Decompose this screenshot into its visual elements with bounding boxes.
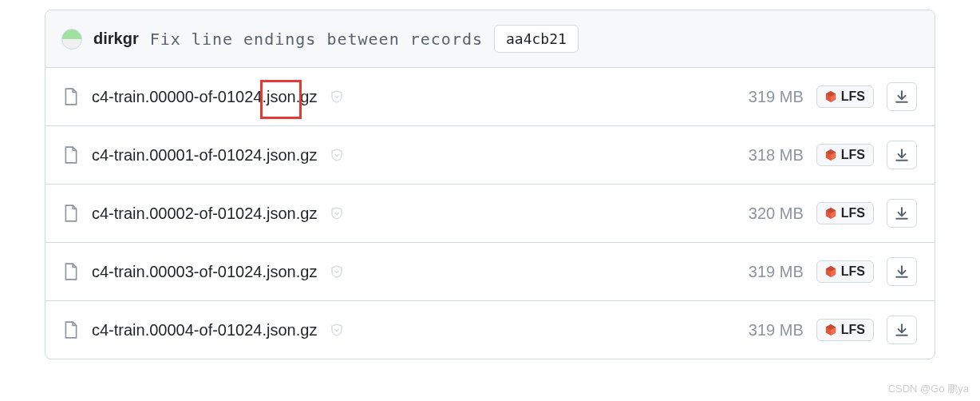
file-icon: [63, 204, 79, 222]
cube-icon: [825, 324, 836, 335]
author-name[interactable]: dirkgr: [93, 30, 139, 48]
cube-icon: [825, 149, 836, 161]
file-size: 319 MB: [749, 88, 804, 106]
lfs-badge[interactable]: LFS: [816, 260, 874, 283]
commit-message[interactable]: Fix line endings between records: [150, 30, 483, 49]
download-button[interactable]: [887, 199, 917, 228]
lfs-badge[interactable]: LFS: [816, 202, 874, 224]
lfs-label: LFS: [841, 148, 865, 162]
file-icon: [63, 146, 79, 164]
file-size: 320 MB: [749, 204, 804, 223]
lfs-label: LFS: [841, 89, 865, 104]
avatar[interactable]: [61, 29, 82, 50]
cube-icon: [825, 208, 836, 219]
lfs-label: LFS: [841, 323, 865, 337]
file-icon: [63, 88, 79, 105]
file-name-link[interactable]: c4-train.00000-of-01024.json.gz: [92, 88, 317, 106]
file-listing-container: dirkgr Fix line endings between records …: [45, 10, 935, 359]
download-button[interactable]: [887, 316, 917, 344]
shield-chevron-icon[interactable]: [330, 323, 344, 337]
file-size: 318 MB: [749, 146, 804, 165]
file-row: c4-train.00002-of-01024.json.gz 320 MB L…: [45, 185, 935, 243]
lfs-label: LFS: [841, 264, 865, 279]
lfs-badge[interactable]: LFS: [816, 319, 874, 341]
commit-hash[interactable]: aa4cb21: [494, 25, 579, 53]
file-name-link[interactable]: c4-train.00002-of-01024.json.gz: [92, 204, 317, 223]
lfs-badge[interactable]: LFS: [816, 85, 874, 108]
lfs-label: LFS: [841, 206, 865, 220]
file-row: c4-train.00000-of-01024.json.gz 319 MB L…: [45, 68, 935, 126]
file-name-link[interactable]: c4-train.00004-of-01024.json.gz: [92, 321, 317, 339]
lfs-badge[interactable]: LFS: [816, 144, 874, 166]
file-name-link[interactable]: c4-train.00003-of-01024.json.gz: [92, 263, 317, 281]
file-row: c4-train.00001-of-01024.json.gz 318 MB L…: [45, 126, 935, 185]
commit-header: dirkgr Fix line endings between records …: [45, 10, 935, 68]
shield-chevron-icon[interactable]: [330, 206, 344, 220]
download-button[interactable]: [887, 141, 917, 169]
download-button[interactable]: [887, 257, 917, 286]
cube-icon: [825, 91, 836, 102]
file-icon: [63, 321, 79, 339]
download-button[interactable]: [887, 82, 917, 111]
shield-chevron-icon[interactable]: [330, 264, 344, 279]
file-icon: [63, 263, 79, 280]
file-row: c4-train.00003-of-01024.json.gz 319 MB L…: [45, 243, 935, 301]
file-size: 319 MB: [749, 321, 804, 339]
shield-chevron-icon[interactable]: [330, 89, 344, 104]
file-name-link[interactable]: c4-train.00001-of-01024.json.gz: [92, 146, 317, 165]
shield-chevron-icon[interactable]: [330, 148, 344, 162]
file-size: 319 MB: [749, 263, 804, 281]
file-row: c4-train.00004-of-01024.json.gz 319 MB L…: [45, 301, 935, 359]
cube-icon: [825, 266, 836, 277]
